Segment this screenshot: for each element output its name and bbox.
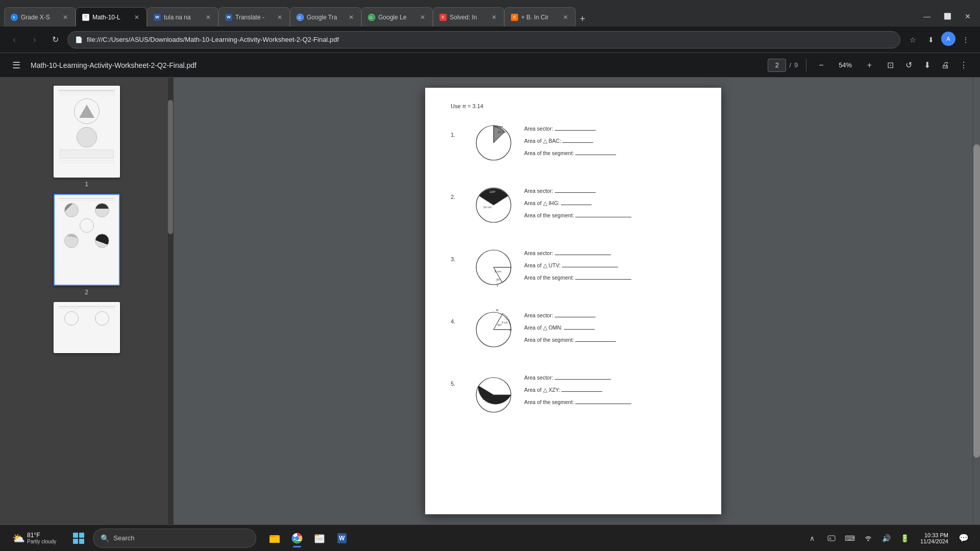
- pdf-menu-button[interactable]: ☰: [8, 57, 24, 73]
- browser-menu-button[interactable]: ⋮: [958, 32, 974, 48]
- wifi-icon[interactable]: [860, 530, 876, 546]
- taskbar-file-manager[interactable]: [309, 528, 330, 548]
- start-button[interactable]: [68, 528, 89, 548]
- notification-button[interactable]: 💬: [955, 530, 972, 546]
- area-sector-4: Area sector:: [524, 311, 701, 318]
- minimize-button[interactable]: —: [919, 8, 935, 24]
- thumbnail-num-1: 1: [85, 181, 88, 188]
- tab-close-5[interactable]: ✕: [348, 13, 355, 22]
- search-text: Search: [113, 534, 134, 542]
- problem-num-5: 5.: [451, 365, 463, 387]
- clock-time: 10:33 PM: [924, 532, 948, 538]
- clock-date: 11/24/2024: [920, 538, 948, 544]
- pdf-zoom-out-button[interactable]: −: [815, 59, 827, 72]
- pdf-download-button[interactable]: ⬇: [919, 57, 935, 73]
- pdf-content-area: Use π = 3.14 1.: [174, 78, 973, 524]
- taskbar-file-explorer[interactable]: [264, 528, 285, 548]
- area-segment-2: Area of the segment:: [524, 211, 701, 218]
- pdf-more-button[interactable]: ⋮: [955, 57, 972, 73]
- pdf-rotate-button[interactable]: ↺: [900, 57, 917, 73]
- new-tab-button[interactable]: +: [576, 12, 590, 27]
- taskbar-word[interactable]: W: [332, 528, 352, 548]
- tab-label-5: Google Tra: [307, 14, 345, 21]
- maximize-button[interactable]: ⬜: [939, 8, 955, 24]
- pdf-title: Math-10-Learning-Activity-Worksheet-2-Q2…: [31, 61, 762, 69]
- problem-num-3: 3.: [451, 241, 463, 262]
- tab-close-7[interactable]: ✕: [491, 13, 498, 22]
- svg-rect-36: [270, 537, 280, 543]
- diagram-5: 145° 12 cm: [468, 365, 519, 416]
- back-button[interactable]: ‹: [6, 32, 22, 48]
- diagram-4: 6 cm 60° M N: [468, 303, 519, 354]
- tab-grade-x[interactable]: Grade X-S ✕: [4, 7, 76, 27]
- area-segment-1: Area of the segment:: [524, 149, 701, 156]
- system-tray-expand[interactable]: ∧: [804, 530, 820, 546]
- thumbnail-2[interactable]: 2: [6, 194, 167, 296]
- thumb-img-2: [54, 194, 120, 286]
- tab-google-lens[interactable]: G Google Le ✕: [361, 7, 433, 27]
- tab-tula[interactable]: W tula na na ✕: [147, 7, 218, 27]
- tab-close-8[interactable]: ✕: [562, 13, 569, 22]
- svg-text:8 cm: 8 cm: [495, 270, 501, 273]
- pdf-page-separator: /: [789, 61, 791, 69]
- labels-4: Area sector: Area of △ OMN: Area of the …: [524, 303, 701, 343]
- svg-rect-41: [315, 535, 319, 536]
- weather-icon: ⛅: [12, 532, 25, 544]
- pdf-page-input[interactable]: [768, 59, 786, 72]
- taskbar-clock[interactable]: 10:33 PM 11/24/2024: [916, 530, 952, 546]
- download-button[interactable]: ⬇: [923, 32, 939, 48]
- pdf-page: Use π = 3.14 1.: [425, 88, 721, 514]
- taskbar-search[interactable]: 🔍 Search: [93, 529, 256, 548]
- bookmark-button[interactable]: ☆: [904, 32, 921, 48]
- tab-math-pdf[interactable]: Math-10-L ✕: [76, 7, 147, 27]
- address-bar-actions: ☆ ⬇ A ⋮: [904, 32, 974, 48]
- keyboard-icon[interactable]: ⌨: [842, 530, 858, 546]
- svg-text:G: G: [298, 16, 301, 19]
- svg-text:60°: 60°: [498, 323, 502, 327]
- battery-icon[interactable]: 🔋: [897, 530, 913, 546]
- tab-google-translate[interactable]: G Google Tra ✕: [290, 7, 361, 27]
- problem-1: 1. 35 cm 11 c: [451, 116, 701, 167]
- taskbar-apps: W: [264, 528, 352, 548]
- problem-3: 3. 8 cm 30° V: [451, 241, 701, 292]
- search-icon: 🔍: [101, 534, 109, 542]
- pdf-scroll-bar[interactable]: [973, 78, 980, 524]
- browser-frame: Grade X-S ✕ Math-10-L ✕ W tula na na ✕ W…: [0, 0, 980, 551]
- pdf-divider-1: [806, 59, 806, 71]
- pdf-fit-button[interactable]: ⊡: [882, 57, 898, 73]
- tab-b-in-cir[interactable]: C + B. In Cir ✕: [504, 7, 576, 27]
- svg-rect-1: [84, 14, 88, 20]
- forward-button[interactable]: ›: [27, 32, 43, 48]
- profile-avatar[interactable]: A: [941, 32, 955, 46]
- tab-close-2[interactable]: ✕: [133, 13, 140, 22]
- pdf-scroll-thumb[interactable]: [973, 144, 980, 457]
- ime-icon[interactable]: A: [823, 530, 840, 546]
- close-button[interactable]: ✕: [960, 8, 976, 24]
- thumbnail-3[interactable]: [6, 302, 167, 353]
- svg-text:N: N: [509, 329, 511, 332]
- area-segment-4: Area of the segment:: [524, 336, 701, 343]
- weather-widget[interactable]: ⛅ 81°F Partly cloudy: [8, 530, 60, 546]
- url-bar[interactable]: 📄 file:///C:/Users/ASUS/Downloads/Math-1…: [67, 31, 900, 48]
- svg-text:V: V: [497, 284, 499, 287]
- tab-close-4[interactable]: ✕: [276, 13, 283, 22]
- tab-translate[interactable]: W Translate - ✕: [218, 7, 290, 27]
- pdf-zoom-in-button[interactable]: +: [863, 59, 876, 72]
- pdf-main: 1: [0, 78, 980, 524]
- area-sector-3: Area sector:: [524, 249, 701, 256]
- diagram-3: 8 cm 30° V: [468, 241, 519, 292]
- tab-close-3[interactable]: ✕: [205, 13, 212, 22]
- tab-label-7: Solved: In: [450, 14, 487, 21]
- tab-label-6: Google Le: [378, 14, 416, 21]
- tab-close-6[interactable]: ✕: [419, 13, 426, 22]
- area-segment-5: Area of the segment:: [524, 398, 701, 405]
- tab-label-1: Grade X-S: [21, 14, 59, 21]
- tab-solved[interactable]: C Solved: In ✕: [433, 7, 504, 27]
- tab-close-1[interactable]: ✕: [62, 13, 69, 22]
- svg-text:G: G: [370, 16, 372, 19]
- reload-button[interactable]: ↻: [47, 32, 63, 48]
- pdf-print-button[interactable]: 🖨: [937, 57, 953, 73]
- volume-icon[interactable]: 🔊: [878, 530, 895, 546]
- taskbar-chrome[interactable]: [287, 528, 307, 548]
- thumbnail-1[interactable]: 1: [6, 86, 167, 188]
